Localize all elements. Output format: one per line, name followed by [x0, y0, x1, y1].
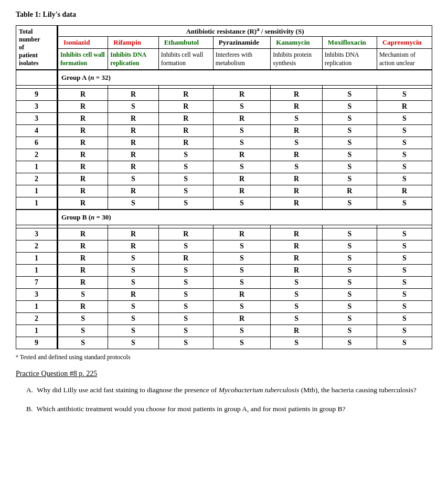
- ethambutol-mechanism: Inhibits cell wall formation: [158, 49, 213, 70]
- table-row: 1 RSRSRSS: [16, 253, 432, 265]
- table-row: 3 SRSRSSS: [16, 289, 432, 301]
- mechanism-row: Inhibits cell wall formation Inhibits DN…: [16, 49, 432, 70]
- page-title: Table 1: Lily's data: [16, 11, 432, 19]
- drug-kanamycin-header: Kanamycin: [271, 36, 323, 48]
- table-row: 2 RRSSRSS: [16, 240, 432, 253]
- table-row: 2 RRSRRSS: [16, 149, 432, 161]
- group-a-header: Group A (n = 32): [16, 70, 432, 86]
- question-a: A. Why did Lilly use acid fast staining …: [26, 384, 432, 396]
- table-row: 1 RSSSRSS: [16, 265, 432, 277]
- table-row: 9 SSSSSSS: [16, 337, 432, 349]
- group-b-header: Group B (n = 30): [16, 210, 432, 225]
- total-col-header: Totalnumberofpatientisolates: [16, 26, 58, 70]
- table-row: 1 RSSSRSS: [16, 197, 432, 210]
- table-row: 7 RSSSSSS: [16, 277, 432, 289]
- capreomycin-mechanism: Mechanism of action unclear: [377, 49, 432, 70]
- drug-capreomycin-header: Capreomycin: [377, 36, 432, 48]
- isoniazid-mechanism: Inhibits cell wall formation: [57, 49, 108, 70]
- practice-section: Practice Question #8 p. 225 A. Why did L…: [16, 370, 432, 414]
- table-row: 3 RRRRRSS: [16, 228, 432, 240]
- drug-pyrazinamide-header: Pyrazinamide: [213, 36, 271, 48]
- header-antibiotic-row: Totalnumberofpatientisolates Antibiotic …: [16, 26, 432, 37]
- table-row: 6 RRRSSSS: [16, 137, 432, 149]
- question-b: B. Which antibiotic treatment would you …: [26, 403, 432, 415]
- table-row: 1 RSSSSSS: [16, 301, 432, 313]
- table-row: 2 RSSRRSS: [16, 173, 432, 185]
- table-row: 4 RRRSRSS: [16, 125, 432, 137]
- practice-title: Practice Question #8 p. 225: [16, 370, 432, 378]
- moxifloxacin-mechanism: Inhibits DNA replication: [322, 49, 377, 70]
- rifampin-mechanism: Inhibits DNA replication: [108, 49, 158, 70]
- pyrazinamide-mechanism: Interferes with metabolism: [213, 49, 271, 70]
- table-row: 3 RRRRSSS: [16, 113, 432, 125]
- drug-names-row: Isoniazid Rifampin Ethambutol Pyrazinami…: [16, 36, 432, 48]
- question-b-label: B.: [26, 405, 33, 413]
- table-row: 1 SSSSRSS: [16, 325, 432, 337]
- table-row: 2 SSSRSSS: [16, 313, 432, 325]
- drug-moxifloxacin-header: Moxifloxacin: [322, 36, 377, 48]
- table-row: 9 RRRRRSS: [16, 89, 432, 101]
- drug-isoniazid-header: Isoniazid: [57, 36, 108, 48]
- drug-rifampin-header: Rifampin: [108, 36, 158, 48]
- table-footnote: ᵃ Tested and defined using standard prot…: [16, 353, 432, 361]
- kanamycin-mechanism: Inhibits protein synthesis: [271, 49, 323, 70]
- table-row: 3 RSRSRSR: [16, 101, 432, 113]
- question-a-label: A.: [26, 386, 33, 394]
- antibiotic-resistance-header: Antibiotic resistance (R)a / sensitivity…: [57, 26, 432, 37]
- table-row: 1 RRSRRRR: [16, 185, 432, 197]
- table-row: 1 RRSSSSS: [16, 161, 432, 173]
- drug-ethambutol-header: Ethambutol: [158, 36, 213, 48]
